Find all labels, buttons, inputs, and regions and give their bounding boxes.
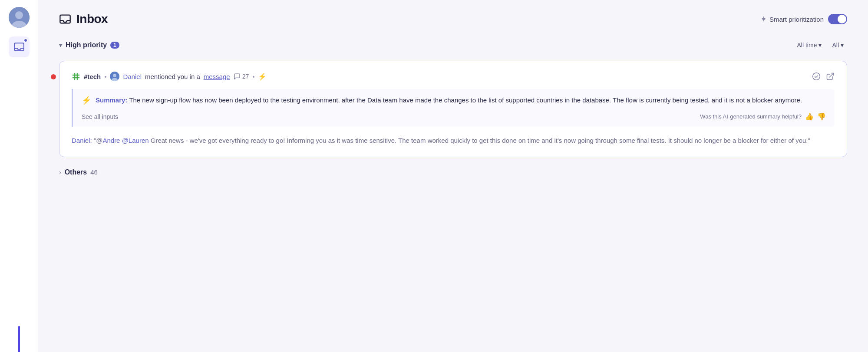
high-priority-section-header: ▾ High priority 1 All time ▾ All ▾ [59,35,847,56]
svg-rect-6 [74,73,76,80]
summary-body: The new sign-up flow has now been deploy… [129,96,802,104]
section-filters: All time ▾ All ▾ [794,40,847,50]
mention-andre: Andre [102,137,120,144]
open-external-button[interactable] [826,72,835,81]
section-count: 1 [110,42,119,49]
message-actions [812,72,835,81]
sidebar [0,0,38,352]
page-title: Inbox [76,12,108,26]
message-body-text: "@ [94,137,103,144]
smart-prioritization-label: Smart prioritization [769,16,824,23]
inbox-header-icon [59,13,71,25]
summary-block: ⚡ Summary: The new sign-up flow has now … [72,89,835,127]
inbox-nav-icon [13,41,25,53]
sidebar-item-inbox[interactable] [9,36,30,57]
page-header: Inbox ✦ Smart prioritization [38,0,868,35]
summary-footer: See all inputs Was this AI-generated sum… [82,112,826,121]
svg-rect-4 [73,75,80,76]
time-filter-chevron: ▾ [818,42,822,49]
svg-point-9 [113,74,116,77]
ai-helpful-wrap: Was this AI-generated summary helpful? 👍… [700,112,826,121]
channel-name: #tech [84,73,101,80]
separator: • [104,73,106,80]
summary-header: ⚡ Summary: The new sign-up flow has now … [82,95,826,105]
chevron-right-icon: › [59,169,61,176]
high-priority-collapse-btn[interactable]: ▾ High priority 1 [59,41,119,49]
main-area: Inbox ✦ Smart prioritization ▾ High prio… [38,0,868,352]
message-body-sender: Daniel: [72,137,92,144]
summary-label: Summary: [96,96,127,104]
header-right: ✦ Smart prioritization [760,14,847,24]
message-header: #tech • Daniel mentioned you in a messag… [72,72,835,81]
all-filter-btn[interactable]: All ▾ [828,40,847,50]
sparkle-icon: ✦ [760,14,767,24]
others-section[interactable]: › Others 46 [59,162,847,182]
chevron-down-icon: ▾ [59,42,62,49]
lightning-icon[interactable]: ⚡ [258,72,267,81]
avatar[interactable] [9,7,30,28]
svg-point-1 [15,11,23,19]
mention-text: mentioned you in a [145,73,200,80]
message-meta: #tech • Daniel mentioned you in a messag… [72,72,267,81]
unread-dot [51,74,56,79]
sender-name[interactable]: Daniel [123,73,142,80]
message-card: #tech • Daniel mentioned you in a messag… [59,61,847,157]
svg-rect-7 [77,73,78,80]
smart-prioritization-wrap: ✦ Smart prioritization [760,14,824,24]
content-area: ▾ High priority 1 All time ▾ All ▾ [38,35,868,352]
all-filter-label: All [832,42,839,49]
sidebar-bottom-accent [18,326,20,352]
smart-prioritization-toggle[interactable] [828,14,847,24]
message-link[interactable]: message [204,73,230,80]
slack-icon [72,72,80,81]
comment-icon [234,73,241,80]
time-filter-btn[interactable]: All time ▾ [794,40,825,50]
mark-done-button[interactable] [812,72,821,81]
svg-rect-5 [73,77,80,79]
see-all-inputs-link[interactable]: See all inputs [82,113,118,120]
header-left: Inbox [59,12,108,26]
message-body: Daniel: "@Andre @Lauren Great news - we'… [72,135,835,146]
others-section-title: Others [65,168,87,176]
notification-dot [23,38,28,43]
summary-lightning-icon: ⚡ [82,95,91,105]
all-filter-chevron: ▾ [841,42,844,49]
ai-helpful-label: Was this AI-generated summary helpful? [700,113,802,120]
comment-count: 27 [234,73,249,80]
svg-point-11 [813,73,820,80]
mention-lauren: @Lauren [122,137,149,144]
thumbs-down-button[interactable]: 👎 [817,112,826,121]
sender-avatar [110,72,119,81]
time-filter-label: All time [797,42,817,49]
thumbs-up-button[interactable]: 👍 [805,112,814,121]
message-body-rest: Great news - we've got everything ready … [149,137,810,144]
svg-line-12 [829,73,833,77]
others-count: 46 [90,168,98,176]
section-title: High priority [66,41,107,49]
dot-separator: • [252,73,254,80]
summary-text: Summary: The new sign-up flow has now be… [96,95,802,105]
